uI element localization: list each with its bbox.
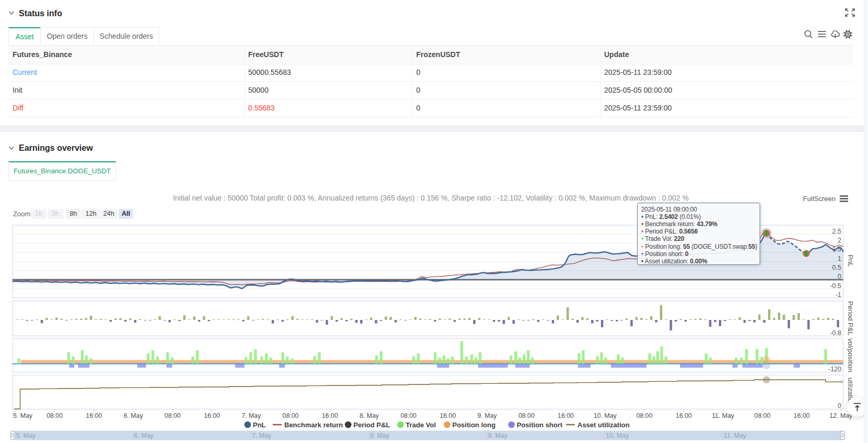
svg-text:0.5: 0.5 [832, 264, 841, 271]
svg-text:PnL: PnL [253, 421, 266, 429]
svg-text:2.5: 2.5 [832, 228, 841, 235]
svg-text:16:00: 16:00 [794, 412, 810, 419]
svg-text:-0.8: -0.8 [830, 329, 841, 337]
svg-text:16:00: 16:00 [86, 412, 102, 419]
svg-text:-1: -1 [836, 291, 841, 298]
svg-text:08:00: 08:00 [47, 412, 63, 419]
svg-text:9. May: 9. May [477, 412, 497, 419]
svg-text:0: 0 [838, 402, 841, 409]
svg-text:1: 1 [838, 255, 841, 262]
svg-text:-0.5: -0.5 [830, 282, 841, 290]
svg-text:PnL: PnL [847, 254, 854, 267]
svg-text:9. May: 9. May [488, 432, 508, 439]
svg-text:16:00: 16:00 [204, 412, 220, 419]
svg-text:6. May: 6. May [134, 432, 154, 439]
svg-text:8. May: 8. May [360, 412, 380, 419]
svg-text:08:00: 08:00 [637, 412, 653, 419]
svg-text:2: 2 [838, 237, 841, 244]
svg-text:08:00: 08:00 [518, 412, 535, 419]
svg-text:11. May: 11. May [712, 412, 735, 419]
svg-text:Trade Vol: Trade Vol [406, 421, 436, 429]
svg-text:08:00: 08:00 [164, 412, 181, 419]
svg-text:vol/position: vol/position [847, 338, 854, 372]
svg-text:Period P&L: Period P&L [847, 301, 854, 336]
svg-text:Position short: Position short [517, 421, 563, 429]
svg-text:5. May: 5. May [13, 412, 33, 419]
svg-text:11. May: 11. May [724, 432, 747, 439]
svg-text:0: 0 [838, 273, 841, 280]
svg-text:08:00: 08:00 [283, 412, 299, 419]
svg-text:16:00: 16:00 [440, 412, 456, 419]
svg-text:16:00: 16:00 [322, 412, 338, 419]
svg-text:Position long: Position long [452, 421, 495, 429]
svg-text:5. May: 5. May [16, 432, 36, 439]
svg-text:Period P&L: Period P&L [353, 421, 390, 429]
svg-text:7. May: 7. May [241, 412, 261, 419]
svg-text:8. May: 8. May [370, 432, 390, 439]
svg-text:08:00: 08:00 [400, 412, 417, 419]
svg-text:Asset utilization: Asset utilization [577, 421, 630, 429]
svg-text:-120: -120 [828, 366, 841, 373]
svg-text:Benchmark return: Benchmark return [284, 421, 343, 429]
svg-text:10. May: 10. May [594, 412, 617, 419]
svg-text:1.5: 1.5 [832, 246, 841, 253]
svg-text:6. May: 6. May [124, 412, 143, 419]
svg-text:7. May: 7. May [252, 432, 272, 439]
svg-text:08:00: 08:00 [754, 412, 771, 419]
svg-text:16:00: 16:00 [558, 412, 574, 419]
svg-text:16:00: 16:00 [676, 412, 692, 419]
svg-text:10. May: 10. May [606, 432, 629, 439]
